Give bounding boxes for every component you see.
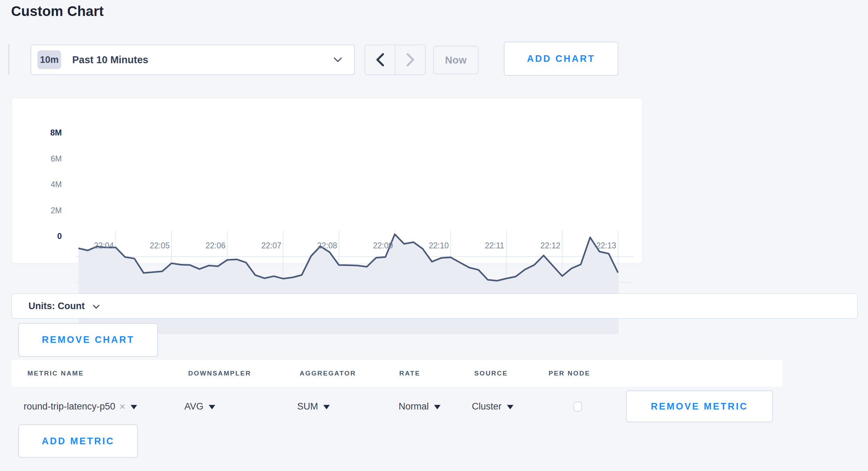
- aggregator-select[interactable]: SUM: [297, 401, 330, 412]
- units-label: Units: Count: [28, 301, 85, 312]
- units-dropdown[interactable]: Units: Count: [11, 294, 858, 319]
- y-axis-tick: 8M: [24, 128, 62, 138]
- caret-down-icon: [434, 405, 441, 409]
- time-range-label: Past 10 Minutes: [72, 54, 148, 66]
- time-window-badge: 10m: [37, 50, 61, 69]
- caret-down-icon: [131, 405, 137, 409]
- column-header: RATE: [399, 370, 420, 377]
- caret-down-icon: [323, 405, 330, 409]
- time-next-button[interactable]: [395, 45, 425, 74]
- x-axis-tick: 22:04: [94, 241, 114, 250]
- source-select[interactable]: Cluster: [472, 401, 514, 412]
- y-axis-tick: 0: [24, 231, 62, 241]
- column-header: AGGREGATOR: [300, 370, 356, 377]
- downsampler-select[interactable]: AVG: [184, 401, 215, 412]
- x-axis-tick: 22:11: [485, 241, 504, 250]
- clear-metric-icon[interactable]: ×: [119, 402, 125, 411]
- x-axis-tick: 22:08: [317, 241, 337, 250]
- metric-name-select[interactable]: round-trip-latency-p50 ×: [24, 401, 137, 412]
- remove-metric-button[interactable]: REMOVE METRIC: [626, 390, 773, 422]
- caret-down-icon: [209, 405, 215, 409]
- y-axis-tick: 4M: [24, 180, 62, 189]
- x-axis-tick: 22:10: [429, 241, 449, 250]
- chevron-left-icon: [376, 53, 384, 67]
- chevron-down-icon: [333, 57, 342, 63]
- chevron-right-icon: [406, 53, 415, 67]
- add-metric-button[interactable]: ADD METRIC: [18, 424, 138, 458]
- y-axis-tick: 2M: [24, 206, 62, 215]
- downsampler-value: AVG: [184, 401, 203, 412]
- x-axis-tick: 22:09: [373, 241, 393, 250]
- chart-panel: [11, 98, 643, 264]
- metric-name-value: round-trip-latency-p50: [24, 401, 115, 412]
- add-chart-button[interactable]: ADD CHART: [504, 42, 618, 76]
- per-node-checkbox[interactable]: [574, 402, 582, 412]
- x-axis-tick: 22:07: [261, 241, 282, 250]
- rate-value: Normal: [399, 401, 429, 412]
- caret-down-icon: [507, 405, 514, 409]
- column-header: DOWNSAMPLER: [188, 370, 251, 377]
- column-header: METRIC NAME: [27, 370, 84, 377]
- metrics-table-header: METRIC NAMEDOWNSAMPLERAGGREGATORRATESOUR…: [11, 360, 783, 387]
- toolbar-divider: [8, 44, 9, 75]
- x-axis-tick: 22:12: [540, 241, 560, 250]
- chevron-down-icon: [92, 304, 100, 309]
- page-title: Custom Chart: [11, 3, 104, 19]
- time-prev-button[interactable]: [365, 45, 395, 74]
- x-axis-tick: 22:06: [206, 241, 226, 250]
- source-value: Cluster: [472, 401, 502, 412]
- x-axis-tick: 22:13: [596, 241, 616, 250]
- custom-chart-page: Custom Chart 10m Past 10 Minutes Now ADD…: [0, 0, 868, 471]
- now-button[interactable]: Now: [433, 46, 478, 74]
- time-nav-group: [365, 44, 426, 75]
- y-axis-tick: 6M: [24, 154, 62, 163]
- time-range-dropdown[interactable]: 10m Past 10 Minutes: [31, 44, 355, 75]
- column-header: PER NODE: [549, 370, 590, 377]
- x-axis-tick: 22:05: [150, 241, 170, 250]
- aggregator-value: SUM: [297, 401, 318, 412]
- rate-select[interactable]: Normal: [399, 401, 441, 412]
- remove-chart-button[interactable]: REMOVE CHART: [18, 323, 158, 357]
- column-header: SOURCE: [474, 370, 508, 377]
